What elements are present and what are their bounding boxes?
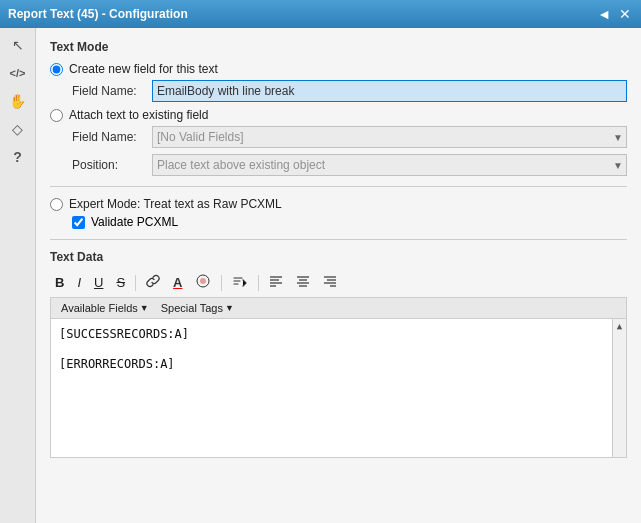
position-select-wrapper: Place text above existing object ▼	[152, 154, 627, 176]
position-label: Position:	[72, 158, 152, 172]
link-icon	[146, 274, 160, 288]
align-left-icon	[269, 275, 283, 287]
code-icon[interactable]: </>	[7, 62, 29, 84]
insert-icon	[232, 274, 248, 288]
special-tags-label: Special Tags	[161, 302, 223, 314]
divider-1	[50, 186, 627, 187]
position-row: Position: Place text above existing obje…	[72, 154, 627, 176]
available-fields-label: Available Fields	[61, 302, 138, 314]
create-field-name-row: Field Name:	[72, 80, 627, 102]
strikethrough-button[interactable]: S	[111, 273, 130, 292]
hand-icon[interactable]: ✋	[7, 90, 29, 112]
text-editor[interactable]: [SUCCESSRECORDS:A] [ERRORRECORDS:A] ▲	[50, 318, 627, 458]
bold-button[interactable]: B	[50, 273, 69, 292]
editor-line-2: [ERRORRECORDS:A]	[59, 357, 618, 371]
scroll-up-arrow[interactable]: ▲	[617, 321, 622, 331]
available-fields-button[interactable]: Available Fields ▼	[55, 300, 155, 316]
left-toolbar: ↖ </> ✋ ◇ ?	[0, 28, 36, 523]
scrollbar[interactable]: ▲	[612, 319, 626, 457]
expert-mode-radio-row: Expert Mode: Treat text as Raw PCXML	[50, 197, 627, 211]
fmt-divider-1	[135, 275, 136, 291]
attach-field-name-label: Field Name:	[72, 130, 152, 144]
text-data-section: Text Data B I U S A	[50, 250, 627, 458]
formatting-toolbar: B I U S A	[50, 272, 627, 293]
validate-pcxml-checkbox[interactable]	[72, 216, 85, 229]
divider-2	[50, 239, 627, 240]
create-field-name-input[interactable]	[152, 80, 627, 102]
create-field-radio[interactable]	[50, 63, 63, 76]
content-area: Text Mode Create new field for this text…	[36, 28, 641, 523]
create-field-label: Create new field for this text	[69, 62, 218, 76]
create-field-radio-row: Create new field for this text	[50, 62, 627, 76]
italic-button[interactable]: I	[72, 273, 86, 292]
help-icon[interactable]: ?	[7, 146, 29, 168]
align-right-button[interactable]	[318, 273, 342, 292]
expert-mode-label: Expert Mode: Treat text as Raw PCXML	[69, 197, 282, 211]
svg-point-1	[200, 278, 206, 284]
window-title: Report Text (45) - Configuration	[8, 7, 188, 21]
fmt-divider-2	[221, 275, 222, 291]
highlight-button[interactable]	[190, 272, 216, 293]
insert-button[interactable]	[227, 272, 253, 293]
attach-field-radio[interactable]	[50, 109, 63, 122]
align-right-icon	[323, 275, 337, 287]
fmt-divider-3	[258, 275, 259, 291]
title-bar: Report Text (45) - Configuration ◄ ✕	[0, 0, 641, 28]
underline-button[interactable]: U	[89, 273, 108, 292]
text-data-label: Text Data	[50, 250, 627, 264]
tag-icon[interactable]: ◇	[7, 118, 29, 140]
attach-field-label: Attach text to existing field	[69, 108, 208, 122]
tags-toolbar: Available Fields ▼ Special Tags ▼	[50, 297, 627, 318]
title-bar-controls: ◄ ✕	[595, 7, 633, 21]
align-left-button[interactable]	[264, 273, 288, 292]
attach-field-radio-row: Attach text to existing field	[50, 108, 627, 122]
expert-mode-radio[interactable]	[50, 198, 63, 211]
attach-field-select[interactable]: [No Valid Fields]	[152, 126, 627, 148]
attach-field-select-wrapper: [No Valid Fields] ▼	[152, 126, 627, 148]
align-center-button[interactable]	[291, 273, 315, 292]
main-container: ↖ </> ✋ ◇ ? Text Mode Create new field f…	[0, 28, 641, 523]
link-button[interactable]	[141, 272, 165, 293]
highlight-icon	[195, 274, 211, 288]
create-field-name-label: Field Name:	[72, 84, 152, 98]
special-tags-button[interactable]: Special Tags ▼	[155, 300, 240, 316]
position-select[interactable]: Place text above existing object	[152, 154, 627, 176]
editor-line-1: [SUCCESSRECORDS:A]	[59, 327, 618, 341]
validate-pcxml-row: Validate PCXML	[72, 215, 627, 229]
color-button[interactable]: A	[168, 273, 187, 292]
validate-pcxml-label: Validate PCXML	[91, 215, 178, 229]
pin-button[interactable]: ◄	[595, 7, 613, 21]
attach-field-name-row: Field Name: [No Valid Fields] ▼	[72, 126, 627, 148]
text-mode-label: Text Mode	[50, 40, 627, 54]
available-fields-arrow: ▼	[140, 303, 149, 313]
align-center-icon	[296, 275, 310, 287]
close-button[interactable]: ✕	[617, 7, 633, 21]
special-tags-arrow: ▼	[225, 303, 234, 313]
cursor-icon[interactable]: ↖	[7, 34, 29, 56]
